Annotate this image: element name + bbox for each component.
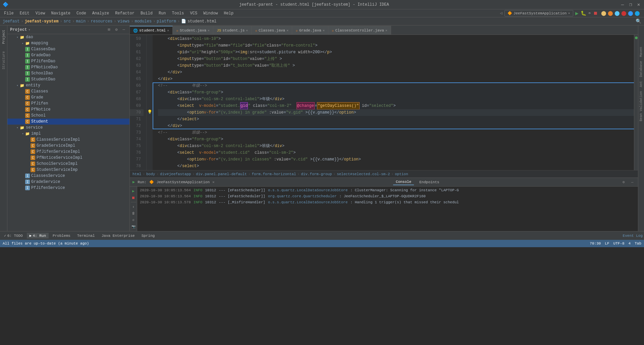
- tree-item-impl[interactable]: ▾ 📁 impl: [7, 131, 129, 137]
- menu-window[interactable]: Window: [201, 10, 220, 16]
- tree-item-classesserviceimpl[interactable]: C ClassesServiceImpl: [7, 137, 129, 143]
- menu-vcs[interactable]: VCS: [187, 10, 200, 16]
- z-structure-icon[interactable]: Structure: [0, 50, 7, 70]
- menu-analyze[interactable]: Analyze: [90, 10, 112, 16]
- tab-close-student-html[interactable]: ✕: [167, 28, 169, 32]
- tree-item-pfjifendao[interactable]: I PfJifenDao: [7, 58, 129, 64]
- tab-student-java[interactable]: ☕ Student.java ✕: [173, 26, 213, 34]
- tree-item-pfnoticedao[interactable]: I PfNoticeDao: [7, 64, 129, 70]
- browser-edge-icon[interactable]: ⬤: [628, 10, 633, 16]
- menu-file[interactable]: File: [1, 10, 16, 16]
- gutter-70[interactable]: 💡: [147, 109, 153, 115]
- tab-grade-java[interactable]: ☕ Grade.java ✕: [292, 26, 328, 34]
- project-icon[interactable]: Project: [0, 27, 7, 47]
- menu-help[interactable]: Help: [221, 10, 236, 16]
- tab-close-student-js[interactable]: ✕: [246, 28, 248, 32]
- maximize-button[interactable]: ❐: [628, 2, 633, 7]
- tree-item-gradeservice[interactable]: I GradeService: [7, 179, 129, 185]
- nav-backward-icon[interactable]: ◁: [500, 11, 502, 16]
- run-filter-btn[interactable]: ⊘: [130, 217, 137, 223]
- bc-main[interactable]: main: [76, 19, 86, 24]
- tab-student-html[interactable]: 🌐 student.html ✕: [130, 26, 173, 34]
- tree-item-pfjifen[interactable]: C PfJifen: [7, 100, 129, 107]
- tree-item-pfjifenserviceimpl[interactable]: C PfJifenServiceImpl: [7, 149, 129, 155]
- cursor-position[interactable]: 70:30: [590, 242, 601, 246]
- event-log-label[interactable]: Event Log: [623, 234, 643, 238]
- ebc-select[interactable]: select#selected.col-sm-2: [337, 172, 390, 176]
- panel-expand-icon[interactable]: ⊞: [106, 27, 112, 33]
- indent[interactable]: 4: [629, 242, 631, 246]
- maven-label[interactable]: Maven: [639, 46, 643, 58]
- run-tab-console[interactable]: Console: [393, 179, 414, 185]
- tab-student-js[interactable]: JS student.js ✕: [213, 26, 252, 34]
- bc-filename[interactable]: student.html: [187, 19, 216, 24]
- tree-item-schooldao[interactable]: I SchoolDao: [7, 70, 129, 76]
- search-everywhere-icon[interactable]: 🔍: [636, 18, 641, 24]
- tree-item-entity[interactable]: ▾ 📁 entity: [7, 82, 129, 88]
- bottom-tab-problems[interactable]: Problems: [50, 233, 73, 238]
- tab-classescontroller-java[interactable]: ☕ ClassesController.java ✕: [328, 26, 391, 34]
- run-button[interactable]: ▶: [575, 10, 579, 17]
- log-source-2[interactable]: org.quartz.core.QuartzScheduler: [268, 193, 337, 199]
- run-clear-btn[interactable]: 🗑: [130, 210, 137, 216]
- ebc-option[interactable]: option: [395, 172, 408, 176]
- tree-item-school[interactable]: C School: [7, 113, 129, 119]
- menu-view[interactable]: View: [33, 10, 48, 16]
- tree-item-schoolserviceimpl[interactable]: C SchoolServiceImpl: [7, 161, 129, 167]
- bottom-tab-java-enterprise[interactable]: Java Enterprise: [99, 233, 138, 238]
- ebc-div-panel[interactable]: div.panel.panel-default: [196, 172, 247, 176]
- menu-navigate[interactable]: Navigate: [48, 10, 73, 16]
- tree-item-studentserviceimp[interactable]: C StudentServiceImp: [7, 167, 129, 173]
- ebc-html[interactable]: html: [132, 172, 141, 176]
- ebc-body[interactable]: body: [146, 172, 155, 176]
- coverage-button[interactable]: ☂: [588, 10, 591, 16]
- browser-safari-icon[interactable]: ⬤: [614, 10, 620, 16]
- browser-chrome-icon[interactable]: ⬤: [601, 10, 606, 16]
- tab-classes-java[interactable]: ☕ Classes.java ✕: [252, 26, 292, 34]
- tree-item-dao[interactable]: ▾ 📁 dao: [7, 34, 129, 40]
- menu-refactor[interactable]: Refactor: [112, 10, 137, 16]
- menu-edit[interactable]: Edit: [17, 10, 32, 16]
- code-area[interactable]: <div class="col-sm-10"> <input type="fil…: [153, 35, 634, 170]
- run-tab-endpoints[interactable]: Endpoints: [417, 180, 442, 185]
- run-settings-icon[interactable]: ⚙: [621, 179, 627, 185]
- bc-jeefast[interactable]: jeefast: [3, 19, 19, 24]
- bc-platform[interactable]: platform: [157, 19, 176, 24]
- charset[interactable]: UTF-8: [613, 242, 625, 246]
- bc-jeefast-system[interactable]: jeefast-system: [25, 19, 59, 24]
- browser-opera-icon[interactable]: ⬤: [621, 10, 627, 16]
- tree-item-pfnoticeserviceimpl[interactable]: C PfNoticeServiceImpl: [7, 155, 129, 161]
- tree-item-classes[interactable]: C Classes: [7, 88, 129, 94]
- bean-validation-label[interactable]: Bean Validation: [639, 90, 643, 123]
- close-button[interactable]: ✕: [636, 2, 641, 7]
- minimize-button[interactable]: —: [620, 2, 625, 7]
- browser-ie-icon[interactable]: ⬤: [635, 10, 640, 16]
- tab-close-classescontroller-java[interactable]: ✕: [385, 28, 387, 32]
- tree-item-classesservice[interactable]: I ClassesService: [7, 173, 129, 179]
- ebc-div-jeefastapp[interactable]: div#jeefastapp: [160, 172, 191, 176]
- bc-views[interactable]: views: [118, 19, 130, 24]
- bottom-tab-spring[interactable]: Spring: [139, 233, 158, 238]
- tree-item-gradedao[interactable]: I GradeDao: [7, 52, 129, 58]
- tree-item-studentdao[interactable]: I StudentDao: [7, 76, 129, 82]
- tree-item-pfnotice[interactable]: C PfNotice: [7, 107, 129, 113]
- menu-build[interactable]: Build: [138, 10, 155, 16]
- bc-modules[interactable]: modules: [135, 19, 152, 24]
- tab-close-classes-java[interactable]: ✕: [286, 28, 288, 32]
- ant-label[interactable]: Ant: [639, 80, 643, 88]
- menu-tools[interactable]: Tools: [169, 10, 187, 16]
- run-stop-btn[interactable]: ⏹: [130, 195, 137, 201]
- tab-close-student-java[interactable]: ✕: [208, 28, 210, 32]
- tree-item-student[interactable]: C Student: [7, 119, 129, 125]
- panel-settings-icon[interactable]: ⚙: [113, 27, 119, 33]
- bc-resources[interactable]: resources: [91, 19, 112, 24]
- stop-button[interactable]: ⏹: [593, 11, 598, 16]
- run-app-close[interactable]: ✕: [212, 180, 215, 184]
- tree-item-classesdao[interactable]: I ClassesDao: [7, 46, 129, 52]
- run-fold-btn[interactable]: 📷: [130, 224, 137, 230]
- bottom-tab-run[interactable]: ▶ 4: Run: [27, 233, 49, 238]
- run-restart-btn[interactable]: ▶: [130, 188, 137, 194]
- run-config-selector[interactable]: 🔶 JeeFastSystemApplication ▾: [504, 10, 573, 16]
- menu-code[interactable]: Code: [74, 10, 89, 16]
- bottom-tab-terminal[interactable]: Terminal: [74, 233, 98, 238]
